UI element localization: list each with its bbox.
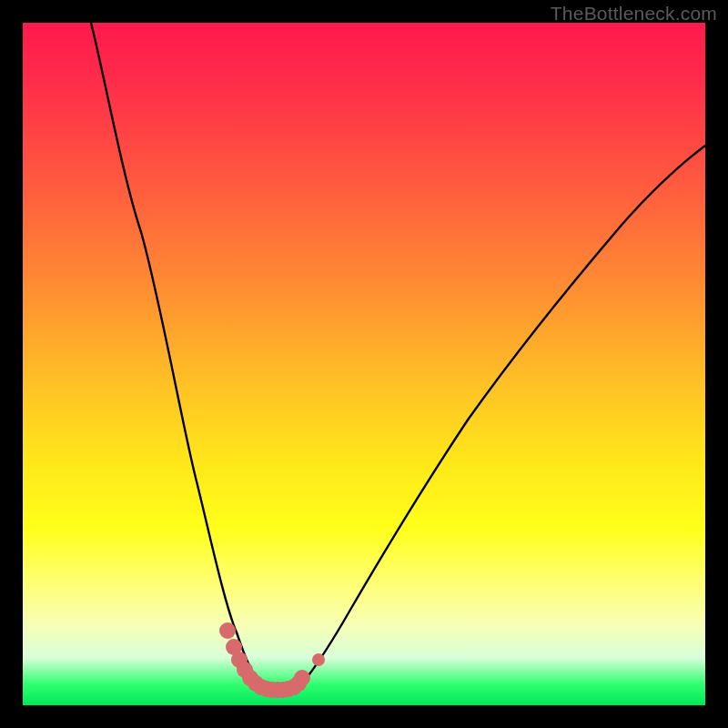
bottleneck-curve-svg (23, 23, 705, 705)
watermark-text: TheBottleneck.com (551, 3, 717, 25)
svg-point-14 (294, 670, 310, 686)
svg-point-0 (219, 622, 236, 639)
bottleneck-curve (91, 23, 705, 692)
isolated-marker (312, 653, 325, 666)
plot-area (23, 23, 705, 705)
chart-frame: TheBottleneck.com (0, 0, 728, 728)
highlighted-segment (219, 622, 325, 698)
